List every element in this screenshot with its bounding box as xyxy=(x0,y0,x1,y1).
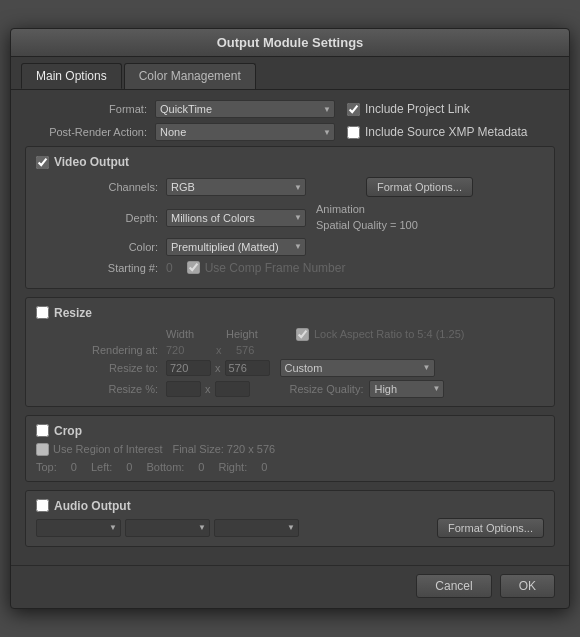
format-row: Format: QuickTime Include Project Link xyxy=(25,100,555,118)
bottom-value: 0 xyxy=(198,461,204,473)
resize-panel: Resize Width Height Lock Aspect Ratio to… xyxy=(25,297,555,407)
crop-title: Crop xyxy=(36,424,544,438)
use-comp-frame-checkbox[interactable] xyxy=(187,261,200,274)
channels-row: Channels: RGB Format Options... xyxy=(36,177,544,197)
audio-select3[interactable] xyxy=(214,519,299,537)
animation-info: Animation Spatial Quality = 100 xyxy=(316,202,418,233)
right-value: 0 xyxy=(261,461,267,473)
lock-aspect-checkbox[interactable] xyxy=(296,328,309,341)
title-bar: Output Module Settings xyxy=(11,29,569,57)
width-header: Width xyxy=(166,328,226,341)
color-label: Color: xyxy=(36,241,166,253)
audio-output-checkbox[interactable] xyxy=(36,499,49,512)
audio-select1-wrapper xyxy=(36,519,121,537)
include-xmp-label: Include Source XMP Metadata xyxy=(365,125,528,139)
depth-row: Depth: Millions of Colors Animation Spat… xyxy=(36,202,544,233)
resize-to-height[interactable] xyxy=(225,360,270,376)
resize-checkbox[interactable] xyxy=(36,306,49,319)
format-select[interactable]: QuickTime xyxy=(155,100,335,118)
top-label: Top: xyxy=(36,461,57,473)
resize-preset-wrapper: Custom xyxy=(280,359,435,377)
format-select-wrapper: QuickTime xyxy=(155,100,335,118)
use-roi-checkbox[interactable] xyxy=(36,443,49,456)
tab-color-management[interactable]: Color Management xyxy=(124,63,256,89)
rendering-height: 576 xyxy=(236,344,254,356)
right-label: Right: xyxy=(218,461,247,473)
resize-headers: Width Height Lock Aspect Ratio to 5:4 (1… xyxy=(166,328,544,341)
color-select[interactable]: Premultiplied (Matted) xyxy=(166,238,306,256)
resize-to-row: Resize to: x Custom xyxy=(36,359,544,377)
audio-output-title: Audio Output xyxy=(36,499,544,513)
channels-select[interactable]: RGB xyxy=(166,178,306,196)
post-render-label: Post-Render Action: xyxy=(25,126,155,138)
use-roi-label: Use Region of Interest xyxy=(53,443,162,455)
audio-controls-row: Format Options... xyxy=(36,518,544,538)
video-output-checkbox[interactable] xyxy=(36,156,49,169)
crop-options-row: Use Region of Interest Final Size: 720 x… xyxy=(36,443,544,456)
format-label: Format: xyxy=(25,103,155,115)
resize-pct-x: x xyxy=(205,383,211,395)
final-size-label: Final Size: 720 x 576 xyxy=(172,443,275,455)
depth-label: Depth: xyxy=(36,212,166,224)
audio-select2-wrapper xyxy=(125,519,210,537)
format-options-button[interactable]: Format Options... xyxy=(366,177,473,197)
use-comp-frame-label: Use Comp Frame Number xyxy=(205,261,346,275)
starting-row: Starting #: 0 Use Comp Frame Number xyxy=(36,261,544,275)
post-render-select-wrapper: None xyxy=(155,123,335,141)
resize-pct-width[interactable] xyxy=(166,381,201,397)
left-value: 0 xyxy=(126,461,132,473)
resize-to-x: x xyxy=(215,362,221,374)
resize-pct-label: Resize %: xyxy=(36,383,166,395)
color-row: Color: Premultiplied (Matted) xyxy=(36,238,544,256)
starting-value: 0 xyxy=(166,261,173,275)
top-value: 0 xyxy=(71,461,77,473)
rendering-label: Rendering at: xyxy=(36,344,166,356)
include-project-link-label: Include Project Link xyxy=(365,102,470,116)
channels-select-wrapper: RGB xyxy=(166,178,306,196)
tab-main-options[interactable]: Main Options xyxy=(21,63,122,89)
left-label: Left: xyxy=(91,461,112,473)
video-output-panel: Video Output Channels: RGB Format Option… xyxy=(25,146,555,289)
depth-select-wrapper: Millions of Colors xyxy=(166,209,306,227)
starting-label: Starting #: xyxy=(36,262,166,274)
ok-button[interactable]: OK xyxy=(500,574,555,598)
video-output-title: Video Output xyxy=(36,155,544,169)
include-xmp-checkbox[interactable] xyxy=(347,126,360,139)
depth-select[interactable]: Millions of Colors xyxy=(166,209,306,227)
crop-checkbox[interactable] xyxy=(36,424,49,437)
resize-pct-height[interactable] xyxy=(215,381,250,397)
rendering-at-row: Rendering at: 720 x 576 xyxy=(36,344,544,356)
post-render-select[interactable]: None xyxy=(155,123,335,141)
resize-pct-row: Resize %: x Resize Quality: High xyxy=(36,380,544,398)
post-render-row: Post-Render Action: None Include Source … xyxy=(25,123,555,141)
bottom-label: Bottom: xyxy=(146,461,184,473)
lock-aspect-label: Lock Aspect Ratio to 5:4 (1.25) xyxy=(314,328,464,340)
crop-panel: Crop Use Region of Interest Final Size: … xyxy=(25,415,555,482)
cancel-button[interactable]: Cancel xyxy=(416,574,491,598)
audio-select2[interactable] xyxy=(125,519,210,537)
resize-quality-wrapper: High xyxy=(369,380,444,398)
tabs-container: Main Options Color Management xyxy=(11,57,569,90)
resize-quality-label: Resize Quality: xyxy=(290,383,364,395)
resize-to-width[interactable] xyxy=(166,360,211,376)
resize-quality-select[interactable]: High xyxy=(369,380,444,398)
height-header: Height xyxy=(226,328,296,341)
dialog-footer: Cancel OK xyxy=(11,565,569,608)
resize-title: Resize xyxy=(36,306,544,320)
audio-format-options-button[interactable]: Format Options... xyxy=(437,518,544,538)
include-project-link-checkbox[interactable] xyxy=(347,103,360,116)
audio-select3-wrapper xyxy=(214,519,299,537)
dialog-title: Output Module Settings xyxy=(217,35,364,50)
rendering-x: x xyxy=(216,344,236,356)
rendering-width: 720 xyxy=(166,344,216,356)
output-module-dialog: Output Module Settings Main Options Colo… xyxy=(10,28,570,609)
crop-values-row: Top: 0 Left: 0 Bottom: 0 Right: 0 xyxy=(36,461,544,473)
resize-to-label: Resize to: xyxy=(36,362,166,374)
color-select-wrapper: Premultiplied (Matted) xyxy=(166,238,306,256)
audio-select1[interactable] xyxy=(36,519,121,537)
audio-output-panel: Audio Output xyxy=(25,490,555,547)
channels-label: Channels: xyxy=(36,181,166,193)
main-content: Format: QuickTime Include Project Link P… xyxy=(11,90,569,565)
resize-preset-select[interactable]: Custom xyxy=(280,359,435,377)
